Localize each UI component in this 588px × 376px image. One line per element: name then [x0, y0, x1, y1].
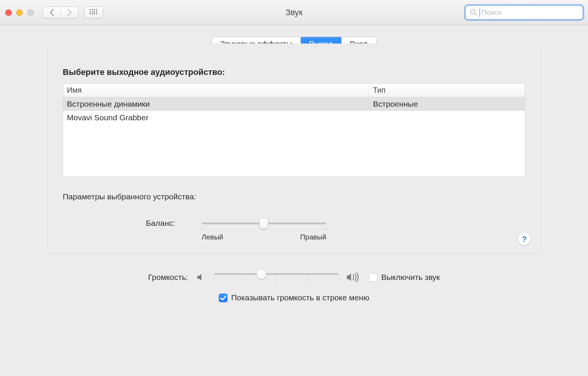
minimize-window-button[interactable]: [16, 9, 23, 16]
content-area: Звуковые эффекты Выход Вход Выберите вых…: [0, 25, 588, 376]
slider-tick: [276, 278, 277, 281]
show-in-menubar-checkbox[interactable]: [219, 294, 227, 302]
cell-name: Встроенные динамики: [63, 97, 369, 111]
window-title: Звук: [285, 8, 302, 17]
balance-label: Баланс:: [146, 219, 175, 228]
text-cursor: [480, 8, 480, 17]
table-header: Имя Тип: [63, 84, 525, 97]
volume-slider[interactable]: [214, 270, 339, 285]
cell-type: [369, 111, 525, 124]
selected-device-settings-label: Параметры выбранного устройства:: [63, 192, 525, 201]
table-row[interactable]: Встроенные динамики Встроенные: [63, 97, 525, 111]
mute-checkbox-row: Выключить звук: [369, 273, 440, 282]
output-panel: Выберите выходное аудиоустройство: Имя Т…: [47, 44, 541, 253]
select-device-heading: Выберите выходное аудиоустройство:: [63, 67, 525, 77]
svg-point-0: [470, 9, 475, 14]
show-all-button[interactable]: [84, 6, 103, 19]
slider-track: [214, 273, 339, 275]
speaker-high-icon: [346, 272, 361, 283]
toolbar: Звук: [0, 0, 588, 25]
table-row[interactable]: Movavi Sound Grabber: [63, 111, 525, 124]
help-button[interactable]: ?: [518, 233, 531, 245]
close-window-button[interactable]: [5, 9, 12, 16]
column-header-name[interactable]: Имя: [63, 84, 369, 97]
mute-checkbox[interactable]: [369, 273, 378, 282]
nav-back-forward: [43, 6, 78, 19]
balance-right-label: Правый: [300, 233, 326, 241]
slider-tick: [201, 228, 202, 230]
slider-thumb[interactable]: [257, 270, 266, 279]
balance-row: Баланс: Левый Правый: [63, 220, 525, 243]
balance-slider[interactable]: Левый Правый: [201, 220, 326, 243]
show-in-menubar-row: Показывать громкость в строке меню: [0, 293, 588, 302]
device-table: Имя Тип Встроенные динамики Встроенные M…: [63, 83, 525, 177]
slider-tick: [245, 278, 245, 281]
show-in-menubar-label: Показывать громкость в строке меню: [231, 293, 369, 302]
slider-tick: [326, 228, 326, 230]
slider-tick: [214, 278, 214, 281]
zoom-window-button[interactable]: [27, 9, 34, 16]
search-icon: [470, 9, 477, 16]
slider-tick: [338, 278, 339, 281]
window-controls: [5, 9, 34, 16]
cell-name: Movavi Sound Grabber: [63, 111, 369, 124]
volume-label: Громкость:: [148, 273, 188, 282]
back-button[interactable]: [43, 7, 60, 18]
cell-type: Встроенные: [369, 97, 525, 111]
search-field[interactable]: [466, 6, 583, 19]
slider-tick: [307, 278, 308, 281]
slider-thumb[interactable]: [259, 218, 268, 229]
mute-label: Выключить звук: [381, 273, 440, 282]
balance-left-label: Левый: [201, 233, 223, 241]
grid-icon: [90, 9, 98, 16]
forward-button[interactable]: [60, 7, 78, 18]
svg-line-1: [475, 14, 477, 16]
slider-labels: Левый Правый: [201, 233, 326, 241]
table-body: Встроенные динамики Встроенные Movavi So…: [63, 97, 525, 177]
column-header-type[interactable]: Тип: [369, 84, 525, 97]
search-input[interactable]: [481, 8, 579, 17]
speaker-low-icon: [196, 272, 206, 283]
volume-row: Громкость: Выключить звук: [0, 270, 588, 285]
